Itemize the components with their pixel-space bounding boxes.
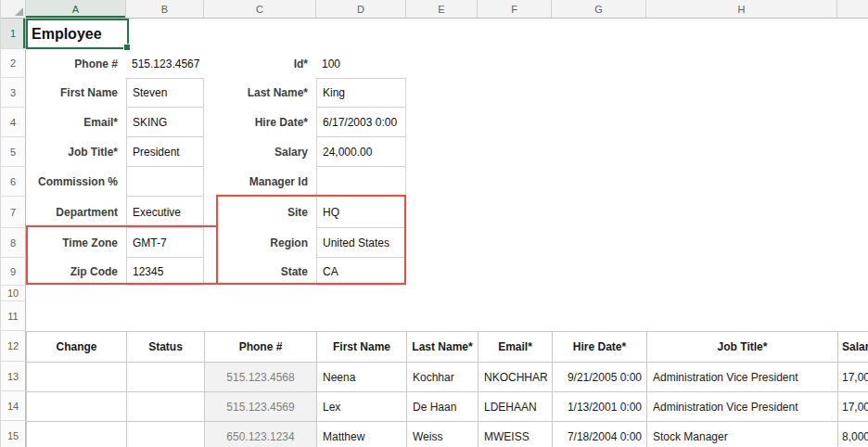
cell-salary[interactable]: 17,000.00: [838, 363, 868, 392]
form-row-jobtitle-salary: Job Title* President Salary 24,000.00: [1, 137, 868, 167]
label-manager-id: Manager Id: [204, 167, 316, 197]
cell-hire-date[interactable]: 1/13/2001 0:00: [553, 392, 647, 422]
cell-phone[interactable]: 515.123.4569: [205, 392, 317, 422]
table-header-email[interactable]: Email*: [479, 332, 553, 363]
column-header-f[interactable]: F: [478, 0, 552, 19]
table-header-hire-date[interactable]: Hire Date*: [553, 332, 647, 363]
cell-last-name-value[interactable]: King: [316, 78, 406, 108]
column-header-g[interactable]: G: [552, 0, 646, 19]
column-header-h[interactable]: H: [646, 0, 837, 19]
cell-first-name[interactable]: Lex: [317, 392, 407, 422]
row-header-1[interactable]: 1: [1, 19, 26, 49]
cell-job-title-value[interactable]: President: [126, 137, 204, 167]
row-header-bar: 1 2 3 4 5 6 7 8 9 10 11 12 13 14 15: [1, 19, 26, 447]
table-header-job-title[interactable]: Job Title*: [647, 332, 838, 363]
cell-manager-id-value[interactable]: [316, 167, 406, 197]
label-salary: Salary: [204, 137, 316, 167]
table-header-first-name[interactable]: First Name: [317, 332, 407, 363]
label-hire-date: Hire Date*: [204, 108, 316, 137]
column-header-bar: A B C D E F G H I: [1, 0, 868, 19]
cell-region-value[interactable]: United States: [316, 228, 406, 258]
label-first-name: First Name: [26, 78, 126, 108]
cell-commission-value[interactable]: [126, 167, 204, 197]
cell-site-value[interactable]: HQ: [316, 197, 406, 228]
cell-phone[interactable]: 650.123.1234: [205, 422, 317, 447]
cell-hire-date[interactable]: 9/21/2005 0:00: [553, 363, 647, 392]
cell-change[interactable]: [27, 363, 127, 392]
cell-phone[interactable]: 515.123.4568: [205, 363, 317, 392]
cell-change[interactable]: [27, 422, 127, 447]
cell-state-value[interactable]: CA: [316, 258, 406, 286]
cell-last-name[interactable]: De Haan: [407, 392, 479, 422]
cell-hire-date[interactable]: 7/18/2004 0:00: [553, 422, 647, 447]
cell-email[interactable]: MWEISS: [479, 422, 553, 447]
column-header-e[interactable]: E: [406, 0, 478, 19]
cell-first-name[interactable]: Matthew: [317, 422, 407, 447]
row-header-4[interactable]: 4: [1, 108, 26, 137]
cell-time-zone-value[interactable]: GMT-7: [126, 228, 204, 258]
row-header-5[interactable]: 5: [1, 137, 26, 167]
row-header-15[interactable]: 15: [1, 421, 26, 447]
form-row-department-site: Department Executive Site HQ: [1, 197, 868, 228]
cell-first-name-value[interactable]: Steven: [126, 78, 204, 108]
select-all-corner[interactable]: [1, 0, 26, 19]
cell-status[interactable]: [127, 392, 205, 422]
column-header-a[interactable]: A: [26, 0, 126, 19]
cell-status[interactable]: [127, 422, 205, 447]
row-header-14[interactable]: 14: [1, 391, 26, 421]
label-time-zone: Time Zone: [26, 228, 126, 258]
label-email: Email*: [26, 108, 126, 137]
table-header-last-name[interactable]: Last Name*: [407, 332, 479, 363]
table-header-phone[interactable]: Phone #: [205, 332, 317, 363]
cell-job-title[interactable]: Administration Vice President: [647, 363, 838, 392]
label-phone: Phone #: [26, 49, 126, 78]
cell-salary[interactable]: 17,000.00: [838, 392, 868, 422]
row-header-2[interactable]: 2: [1, 49, 26, 78]
label-job-title: Job Title*: [26, 137, 126, 167]
table-header-change[interactable]: Change: [27, 332, 127, 363]
cell-phone-value[interactable]: 515.123.4567: [126, 49, 204, 78]
cell-job-title[interactable]: Stock Manager: [647, 422, 838, 447]
table-header-salary[interactable]: Salary: [838, 332, 868, 363]
form-row-firstname-lastname: First Name Steven Last Name* King: [1, 78, 868, 108]
label-site: Site: [204, 197, 316, 228]
cell-id-value[interactable]: 100: [316, 49, 406, 78]
cell-first-name[interactable]: Neena: [317, 363, 407, 392]
cell-status[interactable]: [127, 363, 205, 392]
cell-job-title[interactable]: Administration Vice President: [647, 392, 838, 422]
row-header-9[interactable]: 9: [1, 258, 26, 286]
cell-email[interactable]: NKOCHHAR: [479, 363, 553, 392]
row-header-10[interactable]: 10: [1, 286, 26, 301]
column-header-i[interactable]: I: [837, 0, 868, 19]
row-header-12[interactable]: 12: [1, 331, 26, 362]
cell-hire-date-value[interactable]: 6/17/2003 0:00: [316, 108, 406, 137]
selected-cell-a1[interactable]: Employee: [26, 19, 129, 49]
cell-email-value[interactable]: SKING: [126, 108, 204, 137]
row-header-3[interactable]: 3: [1, 78, 26, 108]
row-header-13[interactable]: 13: [1, 362, 26, 391]
employees-table: Change Status Phone # First Name Last Na…: [26, 331, 868, 447]
row-header-7[interactable]: 7: [1, 197, 26, 228]
fill-handle[interactable]: [123, 44, 131, 51]
spreadsheet: A B C D E F G H I 1 2 3 4 5 6 7 8 9 10 1…: [0, 0, 868, 447]
label-state: State: [204, 258, 316, 286]
row-header-8[interactable]: 8: [1, 228, 26, 258]
sheet-title: Employee: [32, 26, 102, 43]
column-header-d[interactable]: D: [316, 0, 406, 19]
cell-change[interactable]: [27, 392, 127, 422]
table-header-status[interactable]: Status: [127, 332, 205, 363]
column-header-b[interactable]: B: [126, 0, 204, 19]
label-commission: Commission %: [26, 167, 126, 197]
row-header-6[interactable]: 6: [1, 167, 26, 197]
cell-zip-code-value[interactable]: 12345: [126, 258, 204, 286]
label-zip-code: Zip Code: [26, 258, 126, 286]
row-header-11[interactable]: 11: [1, 301, 26, 331]
cell-salary[interactable]: 8,000.00: [838, 422, 868, 447]
cell-salary-value[interactable]: 24,000.00: [316, 137, 406, 167]
cell-last-name[interactable]: Kochhar: [407, 363, 479, 392]
cell-department-value[interactable]: Executive: [126, 197, 204, 228]
form-row-email-hiredate: Email* SKING Hire Date* 6/17/2003 0:00: [1, 108, 868, 137]
cell-email[interactable]: LDEHAAN: [479, 392, 553, 422]
column-header-c[interactable]: C: [204, 0, 316, 19]
cell-last-name[interactable]: Weiss: [407, 422, 479, 447]
